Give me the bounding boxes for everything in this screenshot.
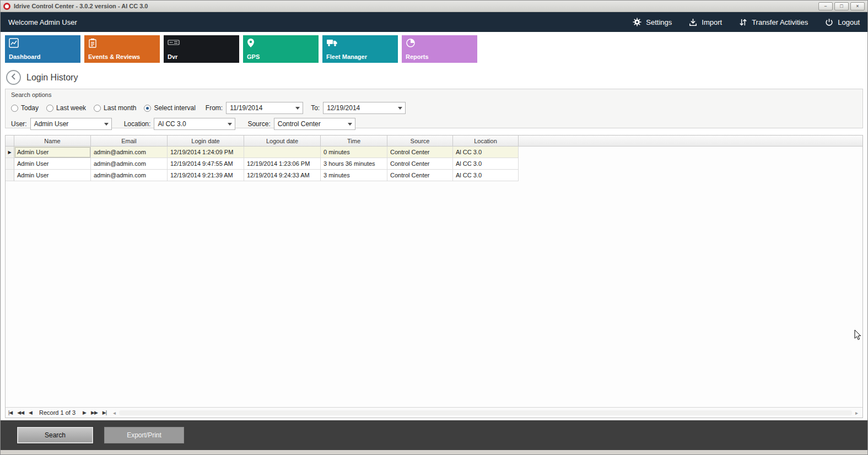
user-combobox[interactable]: Admin User	[30, 118, 112, 130]
column-header-logout-date[interactable]: Logout date	[244, 136, 321, 146]
last-record-button[interactable]: ▶|	[103, 410, 106, 415]
grid-body: ▶ Admin User admin@admin.com 12/19/2014 …	[6, 147, 862, 407]
current-row-arrow-icon: ▶	[8, 150, 11, 155]
radio-select-interval-icon	[144, 105, 151, 112]
tile-dvr[interactable]: Dvr	[164, 35, 239, 63]
table-row[interactable]: ▶ Admin User admin@admin.com 12/19/2014 …	[6, 170, 519, 181]
cell-logout-date[interactable]	[244, 147, 321, 158]
cell-name[interactable]: Admin User	[14, 170, 91, 181]
page-title: Login History	[26, 73, 78, 83]
next-record-button[interactable]: ▶	[83, 410, 86, 415]
gear-icon	[632, 17, 642, 27]
transfer-activities-button[interactable]: Transfer Activities	[738, 18, 808, 27]
settings-label: Settings	[646, 18, 672, 26]
next-page-button[interactable]: ▶▶	[91, 410, 98, 415]
cell-login-date[interactable]: 12/19/2014 9:21:39 AM	[168, 170, 244, 181]
horizontal-scrollbar: ◂ ▸	[111, 408, 860, 418]
from-label: From:	[206, 104, 223, 112]
cell-email[interactable]: admin@admin.com	[91, 170, 168, 181]
table-row[interactable]: ▶ Admin User admin@admin.com 12/19/2014 …	[6, 147, 519, 158]
chevron-down-icon	[293, 102, 303, 113]
transfer-activities-label: Transfer Activities	[752, 18, 808, 26]
scrollbar-track[interactable]	[119, 410, 852, 415]
cell-name[interactable]: Admin User	[14, 147, 91, 158]
row-indicator-header	[6, 136, 14, 146]
tile-dashboard[interactable]: Dashboard	[5, 35, 80, 63]
cell-source[interactable]: Control Center	[387, 158, 453, 170]
cell-name[interactable]: Admin User	[14, 158, 91, 170]
search-button[interactable]: Search	[17, 427, 93, 443]
source-combobox[interactable]: Control Center	[274, 118, 355, 130]
radio-last-week-icon	[46, 105, 53, 112]
column-header-login-date[interactable]: Login date	[168, 136, 244, 146]
map-pin-icon	[247, 38, 255, 50]
cell-source[interactable]: Control Center	[387, 170, 453, 181]
settings-button[interactable]: Settings	[632, 17, 672, 27]
prev-record-button[interactable]: ◀	[29, 410, 32, 415]
first-record-button[interactable]: |◀	[8, 410, 12, 415]
import-button[interactable]: Import	[688, 18, 722, 27]
location-combobox[interactable]: Al CC 3.0	[154, 118, 235, 130]
tile-reports[interactable]: Reports	[402, 35, 477, 63]
row-indicator-cell: ▶	[6, 170, 14, 181]
cell-source[interactable]: Control Center	[387, 147, 453, 158]
column-header-source[interactable]: Source	[387, 136, 453, 146]
location-label: Location:	[124, 120, 151, 128]
column-header-location[interactable]: Location	[453, 136, 519, 146]
cell-location[interactable]: Al CC 3.0	[453, 147, 519, 158]
scroll-left-icon[interactable]: ◂	[111, 410, 117, 416]
tile-events-reviews[interactable]: Events & Reviews	[84, 35, 160, 63]
tile-fleet-manager[interactable]: Fleet Manager	[322, 35, 398, 63]
cell-location[interactable]: Al CC 3.0	[453, 170, 519, 181]
cell-location[interactable]: Al CC 3.0	[453, 158, 519, 170]
minimize-button[interactable]: −	[818, 2, 833, 10]
window-bottom-strip	[1, 450, 867, 454]
welcome-text: Welcome Admin User	[8, 18, 77, 26]
prev-page-button[interactable]: ◀◀	[17, 410, 24, 415]
back-button[interactable]	[6, 70, 21, 85]
chevron-down-icon	[101, 118, 111, 129]
logout-button[interactable]: Logout	[824, 18, 860, 27]
radio-last-month-icon	[94, 105, 101, 112]
clipboard-icon	[88, 38, 97, 50]
dashboard-chart-icon	[9, 38, 19, 50]
search-options-legend: Search options	[11, 91, 857, 98]
user-value: Admin User	[34, 120, 69, 128]
table-row[interactable]: ▶ Admin User admin@admin.com 12/19/2014 …	[6, 158, 519, 170]
maximize-button[interactable]: □	[834, 2, 849, 10]
cell-logout-date[interactable]: 12/19/2014 1:23:06 PM	[244, 158, 321, 170]
cell-email[interactable]: admin@admin.com	[91, 158, 168, 170]
radio-last-month[interactable]: Last month	[94, 104, 136, 112]
from-date-combobox[interactable]: 11/19/2014	[226, 102, 303, 114]
user-label: User:	[11, 120, 27, 128]
cell-logout-date[interactable]: 12/19/2014 9:24:33 AM	[244, 170, 321, 181]
radio-select-interval[interactable]: Select interval	[144, 104, 195, 112]
cell-time[interactable]: 0 minutes	[321, 147, 387, 158]
radio-today[interactable]: Today	[11, 104, 39, 112]
search-options-panel: Search options Today Last week Last mont…	[5, 89, 863, 128]
tile-gps[interactable]: GPS	[243, 35, 319, 63]
scroll-right-icon[interactable]: ▸	[854, 410, 860, 416]
cell-login-date[interactable]: 12/19/2014 1:24:09 PM	[168, 147, 244, 158]
cell-login-date[interactable]: 12/19/2014 9:47:55 AM	[168, 158, 244, 170]
export-print-button[interactable]: Export/Print	[104, 427, 184, 443]
logout-label: Logout	[838, 18, 860, 26]
back-arrow-icon	[10, 73, 18, 83]
app-icon	[3, 3, 10, 10]
cell-time[interactable]: 3 minutes	[321, 170, 387, 181]
to-date-combobox[interactable]: 12/19/2014	[323, 102, 406, 114]
cell-email[interactable]: admin@admin.com	[91, 147, 168, 158]
nav-tiles: Dashboard Events & Reviews Dvr GPS Fleet…	[1, 32, 867, 66]
column-header-name[interactable]: Name	[14, 136, 91, 146]
page-head: Login History	[1, 66, 867, 89]
radio-select-interval-label: Select interval	[154, 104, 195, 112]
column-header-email[interactable]: Email	[91, 136, 168, 146]
top-bar-actions: Settings Import Transfer Activities Logo…	[632, 17, 860, 27]
radio-last-week-label: Last week	[56, 104, 86, 112]
close-button[interactable]: ×	[850, 2, 865, 10]
radio-last-week[interactable]: Last week	[46, 104, 86, 112]
cell-time[interactable]: 3 hours 36 minutes	[321, 158, 387, 170]
radio-last-month-label: Last month	[104, 104, 136, 112]
radio-today-icon	[11, 105, 18, 112]
column-header-time[interactable]: Time	[321, 136, 387, 146]
